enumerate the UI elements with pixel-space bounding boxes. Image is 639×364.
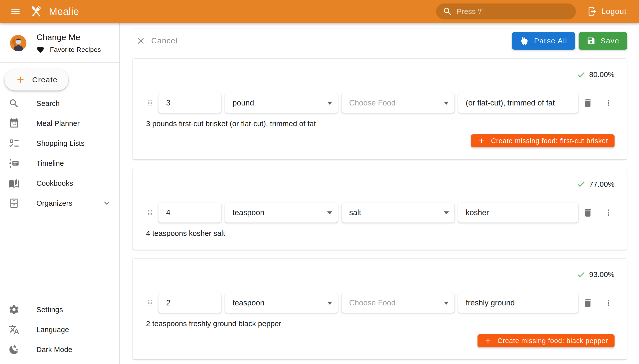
sidebar-item-cookbooks[interactable]: Cookbooks (0, 173, 119, 193)
drag-handle-icon[interactable] (145, 96, 155, 110)
sidebar-item-settings[interactable]: Settings (0, 300, 119, 320)
parse-all-button[interactable]: Parse All (512, 32, 575, 50)
confidence-value: 93.00% (589, 270, 614, 279)
note-input[interactable] (458, 93, 578, 113)
app-logo[interactable]: Mealie (29, 4, 79, 19)
heart-icon (37, 46, 45, 54)
unit-select-input[interactable] (225, 93, 338, 113)
mealie-app: Mealie Logout (0, 0, 639, 364)
quantity-input[interactable] (158, 293, 221, 313)
confidence-value: 77.00% (589, 180, 614, 188)
ingredient-card: 80.00% (132, 58, 627, 160)
save-icon (587, 36, 595, 46)
favorite-recipes-label: Favorite Recipes (50, 46, 101, 54)
ingredient-parser-content: Cancel Parse All Save 80.00% (120, 23, 639, 364)
sidebar-item-organizers[interactable]: Organizers (0, 193, 119, 213)
hamburger-menu-button[interactable] (9, 4, 23, 18)
content-top-divider (132, 28, 627, 28)
timeline-icon (9, 158, 20, 169)
quantity-input[interactable] (158, 203, 221, 222)
sidebar-footer-nav: Settings Language Dark Mode (0, 300, 119, 364)
unit-select (225, 203, 338, 223)
food-select-input[interactable] (342, 203, 454, 222)
search-input[interactable] (457, 7, 569, 16)
create-button[interactable]: Create (5, 69, 68, 90)
search-icon (443, 6, 453, 16)
cancel-button[interactable]: Cancel (132, 36, 181, 46)
check-icon (577, 270, 586, 279)
note-input[interactable] (458, 203, 578, 222)
apple-icon (520, 36, 529, 46)
sidebar-item-timeline[interactable]: Timeline (0, 153, 119, 173)
confidence-row: 80.00% (145, 70, 614, 79)
food-select-input[interactable] (342, 93, 454, 113)
crossed-utensils-icon (29, 4, 44, 19)
check-icon (577, 180, 586, 189)
book-open-icon (9, 178, 20, 189)
quantity-input[interactable] (158, 93, 221, 113)
create-missing-food-button[interactable]: Create missing food: black pepper (478, 334, 614, 347)
menu-down-icon (327, 212, 332, 214)
original-ingredient-text: 2 teaspoons freshly ground black pepper (145, 319, 614, 328)
unit-select-input[interactable] (225, 293, 338, 313)
create-label: Create (32, 76, 58, 84)
ingredient-menu-button[interactable] (603, 96, 614, 110)
sidebar: Change Me Favorite Recipes Create Search (0, 23, 120, 364)
checklist-icon (9, 138, 20, 149)
ingredient-card: 93.00% (132, 258, 627, 360)
trash-icon (583, 208, 593, 218)
ingredient-input-row (145, 93, 614, 113)
avatar (10, 35, 27, 51)
food-select-input[interactable] (342, 293, 454, 313)
kebab-menu-icon (604, 298, 613, 308)
calendar-icon (9, 118, 20, 129)
logout-icon (587, 6, 597, 16)
sidebar-item-dark-mode[interactable]: Dark Mode (0, 340, 119, 360)
favorite-recipes-link[interactable]: Favorite Recipes (37, 46, 101, 54)
sidebar-item-language[interactable]: Language (0, 320, 119, 340)
sidebar-item-shopping-lists[interactable]: Shopping Lists (0, 134, 119, 153)
delete-ingredient-button[interactable] (582, 96, 593, 110)
sidebar-item-label: Settings (37, 306, 63, 314)
sidebar-item-search[interactable]: Search (0, 94, 119, 114)
menu-down-icon (444, 102, 449, 105)
kebab-menu-icon (604, 208, 613, 218)
menu-down-icon (327, 302, 332, 305)
file-cabinet-icon (9, 198, 20, 209)
plus-icon (484, 337, 492, 345)
delete-ingredient-button[interactable] (582, 206, 593, 220)
ingredient-menu-button[interactable] (603, 206, 614, 220)
unit-select-input[interactable] (225, 203, 338, 222)
note-field (458, 293, 579, 313)
ingredient-menu-button[interactable] (603, 296, 614, 310)
kebab-menu-icon (604, 98, 613, 108)
drag-handle-icon[interactable] (145, 206, 155, 220)
check-icon (577, 70, 586, 79)
delete-ingredient-button[interactable] (582, 296, 593, 310)
sidebar-item-label: Search (37, 100, 60, 108)
close-icon (136, 36, 146, 46)
global-search[interactable] (436, 4, 576, 20)
drag-handle-icon[interactable] (145, 296, 155, 310)
menu-down-icon (327, 102, 332, 105)
parser-toolbar: Cancel Parse All Save (132, 32, 627, 50)
confidence-row: 77.00% (145, 180, 614, 189)
save-button[interactable]: Save (579, 32, 627, 50)
create-missing-food-button[interactable]: Create missing food: first-cut brisket (471, 134, 614, 147)
sidebar-item-label: Meal Planner (37, 120, 80, 128)
trash-icon (583, 298, 593, 308)
app-bar: Mealie Logout (0, 0, 639, 23)
note-input[interactable] (458, 293, 578, 313)
menu-down-icon (444, 302, 449, 305)
confidence-value: 80.00% (589, 70, 614, 79)
sidebar-item-label: Timeline (37, 159, 64, 168)
create-missing-food-label: Create missing food: black pepper (498, 337, 608, 345)
hamburger-icon (10, 6, 21, 17)
plus-icon (478, 137, 486, 145)
logout-button[interactable]: Logout (583, 3, 630, 20)
user-name: Change Me (37, 32, 101, 42)
note-field (458, 93, 579, 113)
sidebar-nav: Search Meal Planner Shopping Lists (0, 94, 119, 213)
user-profile[interactable]: Change Me Favorite Recipes (0, 23, 119, 62)
sidebar-item-meal-planner[interactable]: Meal Planner (0, 114, 119, 134)
